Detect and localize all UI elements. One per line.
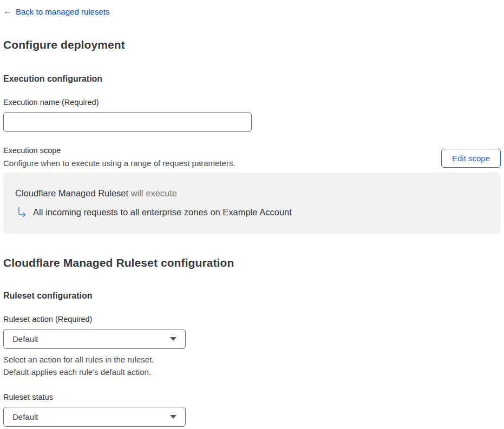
back-link-label: Back to managed rulesets: [16, 7, 109, 16]
caret-down-icon: [170, 415, 176, 419]
ruleset-status-label: Ruleset status: [3, 393, 53, 401]
execution-name-input[interactable]: [3, 112, 252, 132]
ruleset-status-group: Ruleset status Default Select a status f…: [3, 392, 501, 429]
execution-name-label: Execution name (Required): [3, 98, 99, 107]
ruleset-action-help-line1: Select an action for all rules in the ru…: [3, 353, 501, 366]
execution-name-group: Execution name (Required): [3, 97, 501, 132]
ruleset-action-selected-value: Default: [12, 334, 38, 344]
scope-detail-text: All incoming requests to all enterprise …: [33, 207, 292, 217]
execution-scope-label: Execution scope: [3, 146, 235, 155]
scope-summary-box: Cloudflare Managed Ruleset will execute …: [3, 173, 501, 234]
ruleset-action-help-line2: Default applies each rule's default acti…: [3, 366, 501, 378]
execution-scope-text: Execution scope Configure when to execut…: [3, 146, 235, 168]
back-to-managed-rulesets-link[interactable]: ← Back to managed rulesets: [3, 7, 109, 16]
page-title: Configure deployment: [3, 38, 501, 51]
configure-deployment-page: ← Back to managed rulesets Configure dep…: [0, 0, 504, 429]
scope-summary-line1: Cloudflare Managed Ruleset will execute: [15, 188, 489, 199]
caret-down-icon: [170, 337, 176, 341]
scope-will-execute-text: will execute: [131, 188, 177, 198]
ruleset-configuration-page-heading: Cloudflare Managed Ruleset configuration: [3, 256, 501, 269]
execution-configuration-heading: Execution configuration: [3, 74, 501, 84]
scope-ruleset-name: Cloudflare Managed Ruleset: [15, 188, 128, 198]
execution-scope-row: Execution scope Configure when to execut…: [3, 146, 501, 168]
ruleset-configuration-subheading: Ruleset configuration: [3, 291, 501, 301]
elbow-arrow-icon: [17, 207, 27, 217]
scope-summary-line2: All incoming requests to all enterprise …: [15, 207, 489, 217]
ruleset-status-select[interactable]: Default: [3, 407, 186, 427]
ruleset-status-selected-value: Default: [12, 412, 38, 421]
ruleset-action-help: Select an action for all rules in the ru…: [3, 353, 501, 378]
ruleset-action-label: Ruleset action (Required): [3, 315, 92, 324]
back-arrow-icon: ←: [3, 7, 12, 16]
ruleset-action-group: Ruleset action (Required) Default Select…: [3, 314, 501, 378]
execution-scope-description: Configure when to execute using a range …: [3, 159, 235, 168]
ruleset-action-select[interactable]: Default: [3, 329, 186, 349]
edit-scope-button[interactable]: Edit scope: [441, 149, 501, 168]
